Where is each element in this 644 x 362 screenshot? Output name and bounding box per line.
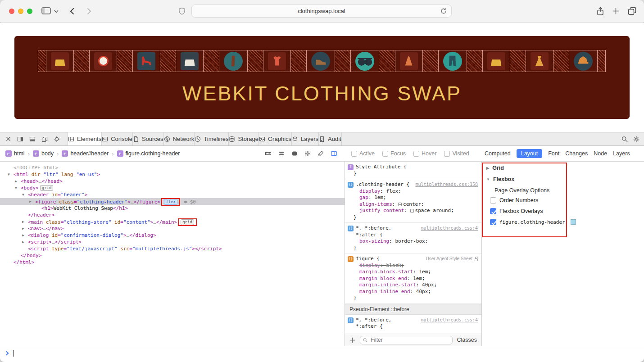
disclosure-triangle-icon[interactable]: ▶	[15, 178, 17, 185]
tab-overview-icon[interactable]	[628, 7, 636, 15]
appearance-toggle-icon[interactable]	[291, 150, 298, 157]
tab-storage[interactable]: Storage	[229, 132, 259, 145]
stylesheet-link[interactable]: multiplethreads.css:4	[417, 225, 478, 232]
css-property[interactable]: margin-inline-start: 40px;	[348, 282, 478, 289]
forward-button[interactable]	[87, 8, 91, 15]
tab-network[interactable]: Network	[164, 132, 195, 145]
breadcrumb-item-figure-clothing-header[interactable]: Efigure.clothing-header	[117, 150, 180, 157]
overlay-color-swatch[interactable]	[571, 219, 576, 225]
overlay-checkbox-figure-clothing-header[interactable]: figure.clothing-header	[482, 217, 644, 227]
tab-layers[interactable]: Layers	[292, 132, 319, 145]
dom-tree-row[interactable]: ▶<nav>…</nav>	[0, 225, 345, 232]
css-property[interactable]: box-sizing: border-box;	[348, 238, 478, 245]
disclosure-triangle-icon[interactable]: ▼	[486, 177, 490, 181]
dom-tree-row[interactable]: </body>	[0, 252, 345, 259]
url-field[interactable]: clothingswap.local	[191, 5, 452, 18]
dock-side-icon[interactable]	[17, 136, 23, 142]
dom-tree-row[interactable]: </html>	[0, 259, 345, 266]
stylesheet-link[interactable]: multiplethreads.css:158	[412, 181, 478, 188]
dom-tree-row[interactable]: <h1>WebKit Clothing Swap</h1>	[0, 205, 345, 212]
disclosure-triangle-icon[interactable]: ▼	[15, 185, 17, 191]
inspect-element-icon[interactable]	[54, 136, 60, 142]
disclosure-triangle-icon[interactable]: ▶	[22, 239, 24, 245]
layout-section-flexbox[interactable]: ▼Flexbox	[482, 173, 644, 184]
disclosure-triangle-icon[interactable]: ▶	[486, 166, 489, 170]
tab-graphics[interactable]: Graphics	[259, 132, 292, 145]
dock-bottom-icon[interactable]	[29, 136, 36, 142]
overlay-checkbox-order-numbers[interactable]: Order Numbers	[482, 195, 644, 206]
zoom-window-button[interactable]	[27, 9, 32, 14]
sidebar-toggle-icon[interactable]	[41, 7, 51, 15]
styles-filter-input[interactable]	[370, 336, 449, 344]
undock-window-icon[interactable]	[41, 136, 48, 142]
dom-tree-row[interactable]: ▶<main class="clothing-store" id="conten…	[0, 218, 345, 225]
tab-timelines[interactable]: Timelines	[195, 132, 229, 145]
rule-selector[interactable]: *, *:before,	[356, 317, 391, 324]
rule-selector[interactable]: .clothing-header {	[356, 181, 409, 188]
breadcrumb-item-body[interactable]: Ebody	[33, 150, 54, 157]
css-property[interactable]: align-items: center;	[348, 201, 478, 208]
css-property[interactable]: margin-block-start: 1em;	[348, 269, 478, 276]
detail-tab-layout[interactable]: Layout	[517, 149, 543, 158]
css-property[interactable]: display: flex;	[348, 188, 478, 195]
grid-layout-badge[interactable]: grid	[181, 219, 194, 225]
tab-sources[interactable]: Sources	[133, 132, 164, 145]
disclosure-triangle-icon[interactable]: ▼	[22, 191, 24, 198]
disclosure-triangle-icon[interactable]: ▼	[8, 171, 10, 178]
css-property[interactable]: justify-content: space-around;	[348, 208, 478, 214]
classes-button[interactable]: Classes	[457, 337, 477, 343]
sidebar-chevron-icon[interactable]	[54, 10, 59, 13]
detail-tab-computed[interactable]: Computed	[485, 150, 511, 157]
checkbox-icon[interactable]	[490, 197, 496, 204]
overlay-checkbox-flexbox-overlays[interactable]: Flexbox Overlays	[482, 206, 644, 217]
print-styles-icon[interactable]	[278, 150, 285, 157]
dom-tree-row[interactable]: ▼<header id="header">	[0, 191, 345, 198]
reload-icon[interactable]	[440, 8, 447, 14]
disclosure-triangle-icon[interactable]: ▶	[22, 218, 24, 225]
css-property[interactable]: display: block;	[348, 262, 478, 269]
console-prompt[interactable]	[0, 346, 644, 362]
state-checkbox-focus[interactable]: Focus	[382, 150, 406, 157]
close-window-button[interactable]	[9, 9, 14, 14]
dom-tree-row[interactable]: ▶<head>…</head>	[0, 178, 345, 185]
dom-tree-row[interactable]: ▶<figure class="clothing-header">…</figu…	[0, 198, 345, 205]
css-property[interactable]: gap: 1em;	[348, 195, 478, 201]
element-overlays-icon[interactable]	[331, 150, 337, 157]
breadcrumb-item-html[interactable]: Ehtml	[5, 150, 25, 157]
dom-tree-row[interactable]: ▶<dialog id="confirmation-dialog">…</dia…	[0, 232, 345, 239]
tab-console[interactable]: Console	[102, 132, 133, 145]
dom-tree-row[interactable]: <!DOCTYPE html>	[0, 164, 345, 171]
grid-overlays-icon[interactable]	[304, 150, 311, 157]
rule-selector[interactable]: *:after {	[356, 232, 391, 239]
breadcrumb-item-header-header[interactable]: Eheader#header	[62, 150, 109, 157]
minimize-window-button[interactable]	[18, 9, 23, 14]
checkbox-icon[interactable]	[490, 208, 496, 214]
checkbox-icon[interactable]	[490, 219, 496, 225]
dom-tree-row[interactable]: </header>	[0, 212, 345, 218]
disclosure-triangle-icon[interactable]: ▶	[22, 232, 24, 239]
state-checkbox-hover[interactable]: Hover	[413, 150, 436, 157]
filter-field[interactable]	[360, 336, 453, 344]
detail-tab-font[interactable]: Font	[548, 150, 559, 157]
detail-tab-changes[interactable]: Changes	[565, 150, 588, 157]
rule-selector[interactable]: figure {	[356, 256, 380, 262]
new-tab-icon[interactable]	[612, 7, 620, 15]
checkbox-icon[interactable]	[413, 151, 419, 157]
state-checkbox-active[interactable]: Active	[351, 150, 375, 157]
disclosure-triangle-icon[interactable]: ▶	[29, 198, 32, 205]
grid-layout-badge[interactable]: grid	[40, 185, 54, 191]
checkbox-icon[interactable]	[351, 151, 357, 157]
search-icon[interactable]	[621, 136, 628, 142]
detail-tab-layers[interactable]: Layers	[613, 150, 630, 157]
css-property[interactable]: margin-block-end: 1em;	[348, 276, 478, 282]
state-checkbox-visited[interactable]: Visited	[444, 150, 469, 157]
rule-selector[interactable]: Style Attribute {	[356, 164, 407, 171]
checkbox-icon[interactable]	[382, 151, 388, 157]
tab-audit[interactable]: Audit	[319, 132, 342, 145]
dom-tree-row[interactable]: ▶<script>…</script>	[0, 239, 345, 245]
add-rule-icon[interactable]	[349, 337, 355, 343]
dom-tree-row[interactable]: <script type="text/javascript" src="mult…	[0, 245, 345, 252]
edit-styles-icon[interactable]	[317, 150, 324, 157]
detail-tab-node[interactable]: Node	[594, 150, 607, 157]
rule-selector[interactable]: *:after {	[356, 323, 391, 330]
